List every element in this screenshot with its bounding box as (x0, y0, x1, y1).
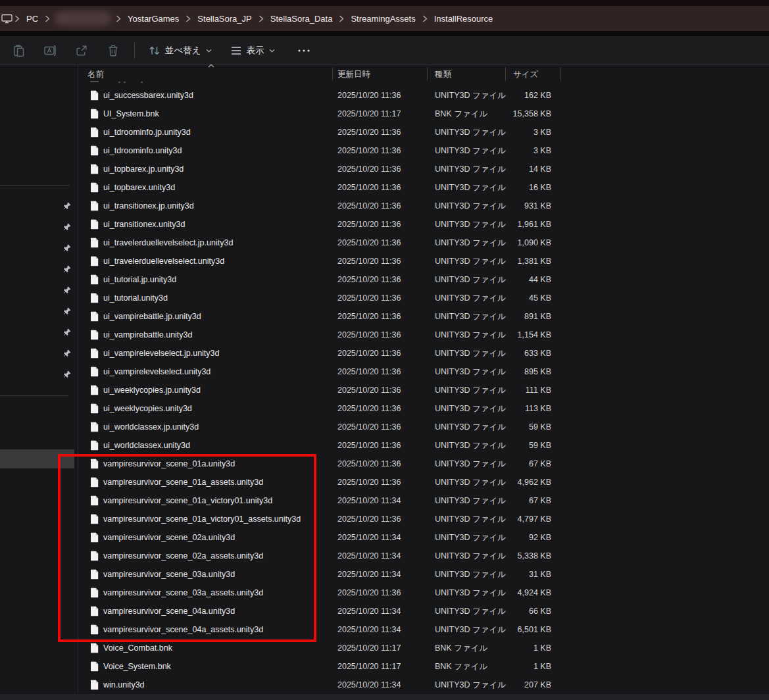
file-row[interactable]: ui_tutorial.unity3d 2025/10/20 11:36 UNI… (78, 289, 769, 307)
file-row[interactable]: ui_topbarex.jp.unity3d 2025/10/20 11:36 … (78, 160, 769, 178)
file-row[interactable]: vampiresurvivor_scene_03a.unity3d 2025/1… (78, 565, 769, 584)
file-row[interactable]: ui_topbarex.unity3d 2025/10/20 11:36 UNI… (78, 178, 769, 197)
breadcrumb-item-stellasora_jp[interactable]: StellaSora_JP (191, 11, 257, 26)
share-button[interactable] (68, 39, 95, 63)
sidebar-pinned-item[interactable] (0, 217, 75, 237)
file-date-modified: 2025/10/20 11:36 (337, 441, 401, 450)
file-name: ui_tdroominfo.jp.unity3d (103, 128, 191, 137)
file-row[interactable]: vampiresurvivor_scene_01a_assets.unity3d… (78, 473, 769, 491)
file-date-modified: 2025/10/20 11:36 (337, 386, 401, 395)
file-name: ui_worldclassex.unity3d (103, 441, 190, 450)
file-row[interactable]: ui_tutorial.jp.unity3d 2025/10/20 11:36 … (78, 270, 769, 289)
file-row[interactable]: Voice_Combat.bnk 2025/10/20 11:17 BNK ファ… (78, 639, 769, 657)
file-date-modified: 2025/10/20 11:36 (337, 183, 401, 192)
file-name: ui_weeklycopies.jp.unity3d (103, 386, 201, 395)
file-size: 92 KB (485, 533, 551, 542)
file-icon (90, 477, 99, 488)
breadcrumb-item-installresource[interactable]: InstallResource (428, 11, 499, 26)
sidebar-pinned-item[interactable] (0, 196, 75, 216)
file-row[interactable]: ui_transitionex.unity3d 2025/10/20 11:36… (78, 215, 769, 234)
column-header-size[interactable]: サイズ (513, 69, 538, 80)
clipped-row-remnant (124, 82, 126, 83)
breadcrumb-item-streamingassets[interactable]: StreamingAssets (345, 11, 421, 26)
delete-button[interactable] (100, 39, 126, 63)
chrome-gap (0, 31, 769, 36)
breadcrumb-item-yostargames[interactable]: YostarGames (122, 11, 185, 26)
file-name: UI_System.bnk (103, 109, 159, 118)
file-row[interactable]: ui_vampirebattle.unity3d 2025/10/20 11:3… (78, 326, 769, 344)
breadcrumb-item-pc[interactable]: PC (20, 11, 44, 26)
file-row[interactable]: Voice_System.bnk 2025/10/20 11:17 BNK ファ… (78, 657, 769, 676)
rename-button[interactable] (37, 39, 63, 63)
breadcrumb-chevron-icon (45, 15, 50, 22)
sort-label: 並べ替え (165, 45, 201, 57)
file-row[interactable]: vampiresurvivor_scene_03a_assets.unity3d… (78, 584, 769, 602)
column-separator[interactable] (332, 67, 333, 81)
column-header-date[interactable]: 更新日時 (337, 69, 370, 80)
sidebar-pinned-item[interactable] (0, 322, 75, 342)
sidebar-pinned-item[interactable] (0, 259, 75, 279)
file-row[interactable]: ui_travelerduellevelselect.jp.unity3d 20… (78, 234, 769, 252)
file-row[interactable]: ui_tdroominfo.jp.unity3d 2025/10/20 11:3… (78, 123, 769, 141)
file-row[interactable]: ui_vampirelevelselect.jp.unity3d 2025/10… (78, 344, 769, 362)
column-separator[interactable] (427, 67, 428, 81)
file-date-modified: 2025/10/20 11:34 (337, 496, 401, 505)
content-area: 名前 更新日時 種類 サイズ ui_successbarex.unity3d 2… (0, 65, 769, 700)
file-icon (90, 145, 99, 156)
file-row[interactable]: ui_tdroominfo.unity3d 2025/10/20 11:36 U… (78, 141, 769, 160)
sidebar-pinned-item[interactable] (0, 280, 75, 300)
column-header-name[interactable]: 名前 (87, 69, 104, 80)
sidebar-selected-item[interactable] (0, 449, 74, 468)
file-date-modified: 2025/10/20 11:34 (337, 533, 401, 542)
breadcrumb-item-stellasora_data[interactable]: StellaSora_Data (264, 11, 339, 26)
file-row[interactable]: vampiresurvivor_scene_01a_victory01.unit… (78, 491, 769, 510)
column-header-type[interactable]: 種類 (435, 69, 451, 80)
view-button[interactable]: 表示 (224, 39, 282, 63)
file-row[interactable]: vampiresurvivor_scene_04a.unity3d 2025/1… (78, 602, 769, 620)
file-row[interactable]: ui_vampirelevelselect.unity3d 2025/10/20… (78, 362, 769, 381)
file-name: ui_vampirelevelselect.jp.unity3d (103, 349, 219, 358)
delete-icon (107, 44, 119, 57)
pin-icon (63, 265, 71, 273)
file-date-modified: 2025/10/20 11:36 (337, 128, 401, 137)
file-size: 1 KB (485, 662, 551, 671)
column-separator[interactable] (505, 67, 506, 81)
paste-button[interactable] (5, 39, 32, 63)
column-separator[interactable] (560, 67, 561, 81)
toolbar: 並べ替え 表示 (0, 36, 769, 64)
file-row[interactable]: ui_weeklycopies.jp.unity3d 2025/10/20 11… (78, 381, 769, 399)
file-size: 4,924 KB (485, 588, 551, 597)
file-row[interactable]: ui_worldclassex.unity3d 2025/10/20 11:36… (78, 436, 769, 455)
file-row[interactable]: vampiresurvivor_scene_01a_victory01_asse… (78, 510, 769, 528)
file-size: 1,381 KB (485, 257, 551, 266)
file-icon (90, 348, 99, 359)
file-row[interactable]: vampiresurvivor_scene_02a.unity3d 2025/1… (78, 528, 769, 547)
file-icon (90, 643, 99, 653)
breadcrumb-chevron-icon (116, 15, 121, 22)
file-row[interactable]: ui_transitionex.jp.unity3d 2025/10/20 11… (78, 197, 769, 215)
sidebar-pinned-item[interactable] (0, 364, 75, 384)
view-label: 表示 (247, 45, 264, 57)
paste-icon (12, 44, 25, 57)
file-row[interactable]: ui_worldclassex.jp.unity3d 2025/10/20 11… (78, 418, 769, 436)
sort-button[interactable]: 並べ替え (141, 39, 218, 63)
file-row[interactable]: vampiresurvivor_scene_02a_assets.unity3d… (78, 547, 769, 565)
file-name: ui_tutorial.unity3d (103, 293, 168, 303)
sidebar-pinned-item[interactable] (0, 301, 75, 321)
sidebar-pinned-item[interactable] (0, 238, 75, 258)
more-options-button[interactable] (291, 39, 317, 63)
navigation-pane (0, 65, 78, 700)
file-row[interactable]: vampiresurvivor_scene_01a.unity3d 2025/1… (78, 455, 769, 473)
breadcrumb-item-redacted[interactable] (55, 11, 111, 26)
file-row[interactable]: ui_weeklycopies.unity3d 2025/10/20 11:36… (78, 399, 769, 418)
file-date-modified: 2025/10/20 11:36 (337, 478, 401, 487)
sidebar-pinned-item[interactable] (0, 343, 75, 363)
file-row[interactable]: ui_vampirebattle.jp.unity3d 2025/10/20 1… (78, 307, 769, 326)
file-row[interactable]: vampiresurvivor_scene_04a_assets.unity3d… (78, 620, 769, 639)
file-row[interactable]: win.unity3d 2025/10/20 11:34 UNITY3D ファイ… (78, 676, 769, 694)
file-row[interactable]: ui_successbarex.unity3d 2025/10/20 11:36… (78, 86, 769, 105)
file-row[interactable]: ui_travelerduellevelselect.unity3d 2025/… (78, 252, 769, 270)
file-size: 1,090 KB (485, 238, 551, 247)
file-row[interactable]: UI_System.bnk 2025/10/20 11:17 BNK ファイル … (78, 105, 769, 123)
chevron-down-icon (206, 49, 212, 53)
